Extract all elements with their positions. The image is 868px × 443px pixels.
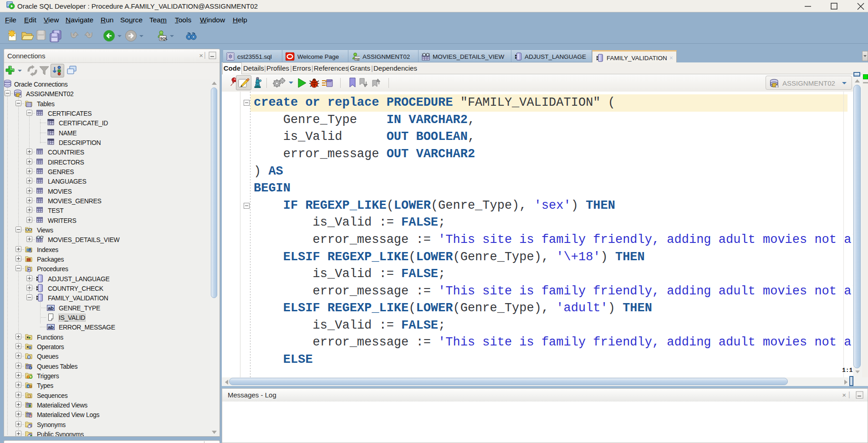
svg-text:SQL: SQL [160, 36, 168, 41]
